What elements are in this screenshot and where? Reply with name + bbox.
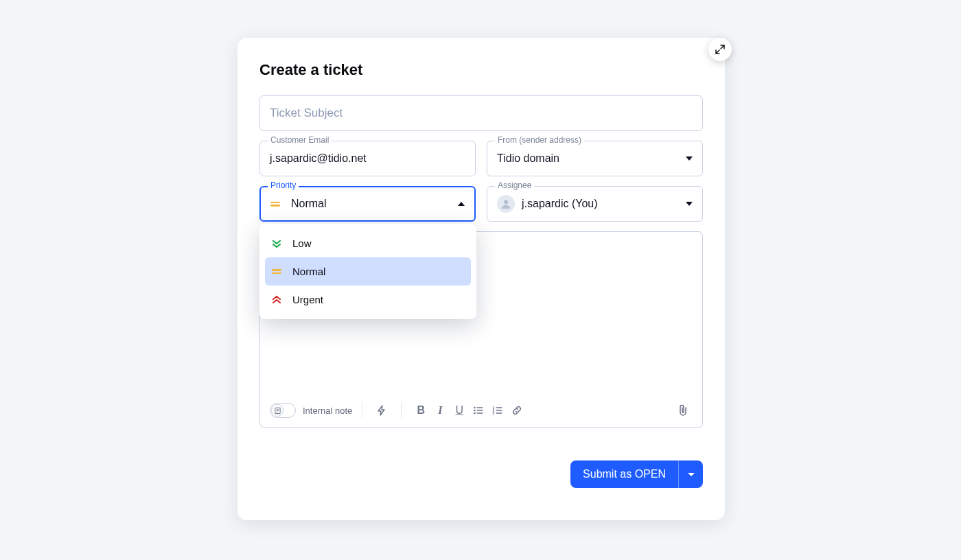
- from-field[interactable]: From (sender address) Tidio domain: [487, 141, 703, 176]
- svg-rect-8: [477, 410, 483, 411]
- chevron-down-icon: [686, 202, 693, 206]
- priority-option-urgent[interactable]: Urgent: [265, 285, 471, 314]
- chevron-down-icon: [686, 156, 693, 161]
- priority-option-normal[interactable]: Normal: [265, 257, 471, 285]
- italic-button[interactable]: I: [430, 401, 450, 420]
- editor-toolbar: Internal note B I U 1: [260, 394, 702, 427]
- customer-email-label: Customer Email: [268, 135, 332, 145]
- bold-button[interactable]: B: [411, 401, 430, 420]
- user-icon: [500, 198, 511, 209]
- internal-note-toggle[interactable]: [270, 403, 296, 418]
- priority-low-icon: [272, 239, 292, 248]
- assignee-field[interactable]: Assignee j.sapardic (You): [487, 186, 703, 222]
- note-icon: [274, 407, 281, 415]
- submit-button-group: Submit as OPEN: [570, 460, 703, 488]
- link-icon: [511, 405, 522, 416]
- svg-point-9: [474, 412, 476, 415]
- assignee-value: j.sapardic (You): [522, 198, 686, 210]
- chevron-up-icon: [458, 202, 465, 206]
- priority-option-label: Urgent: [292, 294, 323, 305]
- paperclip-icon: [678, 404, 688, 417]
- priority-normal-icon: [270, 202, 280, 207]
- separator: [401, 402, 402, 419]
- modal-title: Create a ticket: [259, 61, 703, 79]
- svg-text:3: 3: [493, 411, 495, 415]
- priority-dropdown: Low Normal: [259, 224, 476, 319]
- chevron-down-icon: [688, 473, 695, 476]
- submit-dropdown-button[interactable]: [678, 460, 703, 488]
- from-label: From (sender address): [495, 135, 584, 145]
- svg-rect-6: [477, 407, 483, 408]
- expand-button[interactable]: [708, 38, 732, 61]
- link-button[interactable]: [507, 401, 526, 420]
- subject-field[interactable]: Ticket Subject: [259, 95, 703, 131]
- create-ticket-modal: Create a ticket Ticket Subject Customer …: [238, 38, 725, 520]
- svg-rect-10: [477, 412, 483, 414]
- underline-button[interactable]: U: [450, 401, 469, 420]
- submit-button[interactable]: Submit as OPEN: [570, 460, 678, 488]
- separator: [362, 402, 362, 419]
- list-bullet-icon: [473, 405, 484, 416]
- svg-rect-12: [496, 407, 502, 408]
- numbered-list-button[interactable]: 1 2 3: [488, 401, 507, 420]
- subject-placeholder: Ticket Subject: [270, 106, 343, 120]
- svg-point-5: [474, 407, 476, 409]
- priority-label: Priority: [268, 180, 299, 190]
- customer-email-field[interactable]: Customer Email j.sapardic@tidio.net: [259, 141, 476, 176]
- avatar: [497, 195, 515, 213]
- svg-rect-16: [496, 412, 502, 414]
- svg-point-0: [504, 200, 508, 205]
- svg-rect-14: [496, 410, 502, 411]
- customer-email-value: j.sapardic@tidio.net: [270, 152, 465, 165]
- assignee-label: Assignee: [495, 180, 534, 190]
- attachment-button[interactable]: [673, 401, 693, 420]
- priority-option-low[interactable]: Low: [265, 229, 471, 257]
- svg-point-7: [474, 410, 476, 412]
- priority-field[interactable]: Priority Normal L: [259, 186, 476, 222]
- expand-icon: [715, 45, 725, 54]
- internal-note-label: Internal note: [303, 406, 352, 416]
- priority-option-label: Normal: [292, 266, 325, 277]
- list-number-icon: 1 2 3: [492, 405, 503, 416]
- quick-reply-button[interactable]: [372, 401, 391, 420]
- priority-normal-icon: [272, 269, 292, 274]
- from-value: Tidio domain: [497, 152, 686, 165]
- priority-urgent-icon: [272, 295, 292, 305]
- lightning-icon: [376, 405, 387, 416]
- priority-value: Normal: [291, 198, 458, 210]
- priority-option-label: Low: [292, 237, 312, 249]
- bullet-list-button[interactable]: [469, 401, 488, 420]
